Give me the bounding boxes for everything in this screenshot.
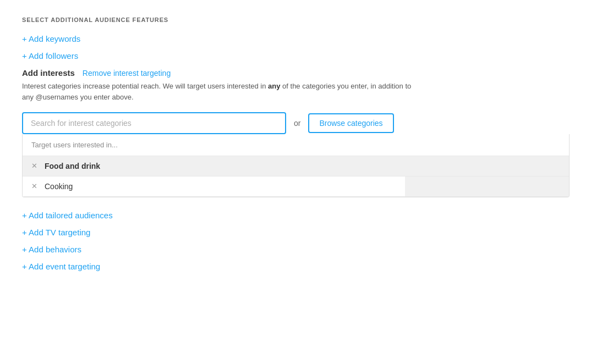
add-keywords-link[interactable]: + Add keywords — [22, 34, 580, 43]
food-drink-item[interactable]: ✕ Food and drink — [23, 156, 569, 177]
section-title: SELECT ADDITIONAL AUDIENCE FEATURES — [22, 16, 580, 23]
page-container: SELECT ADDITIONAL AUDIENCE FEATURES + Ad… — [22, 16, 580, 271]
cooking-x-icon[interactable]: ✕ — [31, 183, 39, 190]
add-event-targeting-link[interactable]: + Add event targeting — [22, 262, 580, 271]
remove-interest-targeting-link[interactable]: Remove interest targeting — [83, 69, 171, 78]
food-drink-x-icon[interactable]: ✕ — [31, 162, 39, 170]
additional-links: + Add tailored audiences + Add TV target… — [22, 211, 580, 271]
add-followers-link[interactable]: + Add followers — [22, 51, 580, 60]
add-behaviors-link[interactable]: + Add behaviors — [22, 245, 580, 254]
or-label: or — [294, 119, 300, 128]
search-browse-row: or Browse categories — [22, 112, 580, 134]
search-interest-input[interactable] — [22, 112, 286, 134]
cooking-row: ✕ Cooking — [23, 177, 569, 197]
add-tv-targeting-link[interactable]: + Add TV targeting — [22, 228, 580, 237]
browse-categories-button[interactable]: Browse categories — [308, 113, 393, 133]
cooking-label: Cooking — [45, 182, 73, 191]
cooking-item[interactable]: ✕ Cooking — [23, 177, 405, 197]
interests-dropdown: Target users interested in... ✕ Food and… — [22, 134, 570, 197]
cooking-right-panel — [405, 177, 569, 197]
add-tailored-audiences-link[interactable]: + Add tailored audiences — [22, 211, 580, 220]
description-bold: any — [268, 82, 280, 90]
add-interests-header: Add interests Remove interest targeting — [22, 68, 580, 78]
add-interests-title: Add interests — [22, 68, 75, 78]
dropdown-hint: Target users interested in... — [23, 134, 569, 156]
description-part1: Interest categories increase potential r… — [22, 82, 268, 90]
interests-description: Interest categories increase potential r… — [22, 81, 418, 102]
food-drink-label: Food and drink — [45, 162, 100, 170]
